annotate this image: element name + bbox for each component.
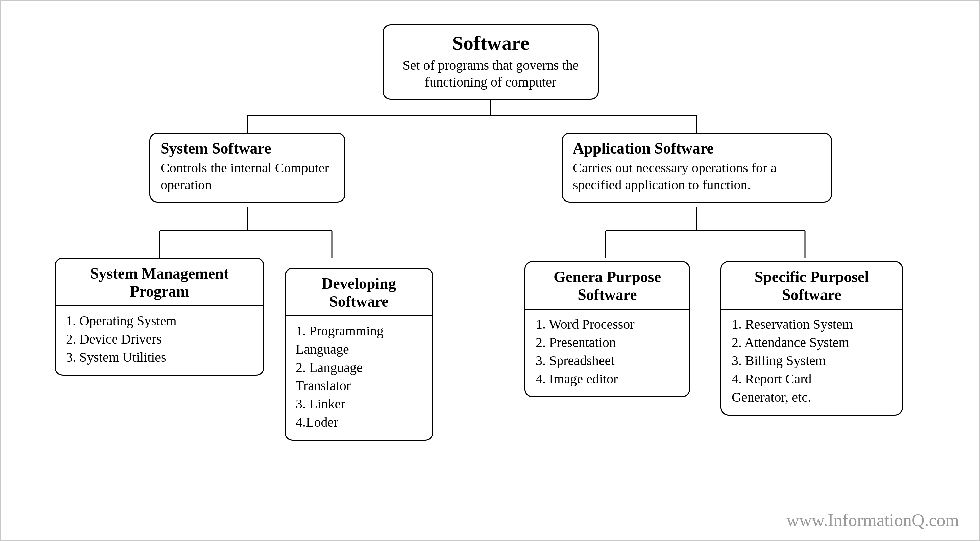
- node-specific-purpose-items: 1. Reservation System 2. Attendance Syst…: [732, 315, 892, 407]
- divider: [286, 316, 432, 316]
- divider: [721, 309, 902, 310]
- node-software-title: Software: [394, 32, 588, 55]
- node-system-software: System Software Controls the internal Co…: [150, 132, 345, 203]
- node-developing-software-items: 1. Programming Language 2. Language Tran…: [296, 322, 422, 431]
- divider: [56, 305, 263, 306]
- watermark: www.InformationQ.com: [786, 510, 959, 530]
- node-application-software: Application Software Carries out necessa…: [562, 132, 832, 203]
- node-system-software-title: System Software: [161, 140, 334, 158]
- node-application-software-title: Application Software: [573, 140, 821, 158]
- node-specific-purpose-title: Specific Purposel Software: [732, 268, 892, 304]
- node-system-management-title: System Management Program: [66, 265, 253, 301]
- node-system-management: System Management Program 1. Operating S…: [55, 258, 264, 376]
- node-general-purpose-items: 1. Word Processor 2. Presentation 3. Spr…: [536, 315, 679, 388]
- node-software: Software Set of programs that governs th…: [383, 24, 599, 100]
- node-developing-software-title: Developing Software: [296, 275, 422, 311]
- node-application-software-subtitle: Carries out necessary operations for a s…: [573, 160, 821, 193]
- divider: [525, 309, 689, 310]
- node-software-subtitle: Set of programs that governs the functio…: [394, 57, 588, 91]
- node-general-purpose-title: Genera Purpose Software: [536, 268, 679, 304]
- node-developing-software: Developing Software 1. Programming Langu…: [285, 268, 433, 440]
- diagram-frame: Software Set of programs that governs th…: [0, 0, 980, 541]
- node-specific-purpose: Specific Purposel Software 1. Reservatio…: [721, 261, 903, 416]
- node-system-software-subtitle: Controls the internal Computer operation: [161, 160, 334, 193]
- node-system-management-items: 1. Operating System 2. Device Drivers 3.…: [66, 312, 253, 367]
- node-general-purpose: Genera Purpose Software 1. Word Processo…: [525, 261, 690, 397]
